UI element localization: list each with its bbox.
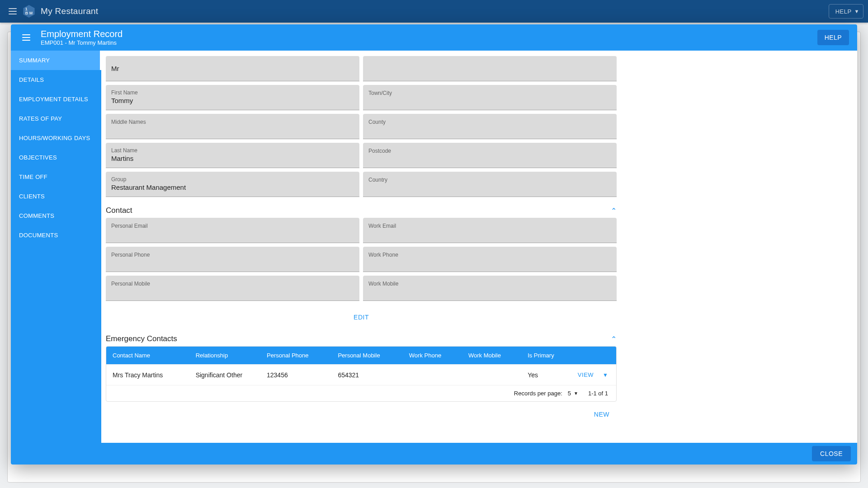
modal-sidebar: SUMMARY DETAILS EMPLOYMENT DETAILS RATES… — [11, 51, 101, 443]
close-button[interactable]: CLOSE — [812, 446, 851, 461]
field-work-email: Work Email — [363, 218, 617, 243]
field-label: Last Name — [111, 147, 354, 154]
sidebar-item-rates-of-pay[interactable]: RATES OF PAY — [11, 109, 101, 128]
field-group: Group Restaurant Management — [106, 172, 359, 197]
table-footer: Records per page: 5 ▼ 1-1 of 1 — [106, 385, 616, 401]
field-label: Personal Email — [111, 223, 354, 229]
field-label: First Name — [111, 89, 354, 96]
field-personal-phone: Personal Phone — [106, 247, 359, 272]
field-value — [368, 97, 611, 104]
field-personal-mobile: Personal Mobile — [106, 276, 359, 301]
contact-field-grid: Personal Email Work Email Personal Phone… — [106, 218, 617, 301]
employment-record-modal: Employment Record EMP001 - Mr Tommy Mart… — [11, 24, 857, 465]
modal-menu-button[interactable] — [19, 30, 33, 45]
sidebar-item-comments[interactable]: COMMENTS — [11, 206, 101, 225]
chevron-up-icon[interactable]: ⌃ — [611, 335, 617, 343]
modal-header: Employment Record EMP001 - Mr Tommy Mart… — [11, 24, 857, 51]
col-is-primary[interactable]: Is Primary — [521, 347, 569, 364]
field-value — [111, 126, 354, 133]
field-value — [368, 184, 611, 191]
field-label: Personal Phone — [111, 252, 354, 258]
sidebar-item-hours-working-days[interactable]: HOURS/WORKING DAYS — [11, 128, 101, 148]
sidebar-item-summary[interactable]: SUMMARY — [11, 51, 101, 70]
records-per-page-value: 5 — [568, 390, 571, 397]
sidebar-item-details[interactable]: DETAILS — [11, 70, 101, 89]
row-menu-icon[interactable]: ▼ — [603, 372, 608, 378]
field-label: Work Email — [368, 223, 611, 229]
topbar-help-button[interactable]: HELP ▼ — [829, 4, 863, 19]
modal-subtitle: EMP001 - Mr Tommy Martins — [41, 39, 123, 47]
app-logo-icon: 1B M — [23, 5, 35, 18]
field-county: County — [363, 114, 617, 139]
col-contact-name[interactable]: Contact Name — [106, 347, 189, 364]
pagination-range: 1-1 of 1 — [588, 390, 608, 397]
contact-section-header[interactable]: Contact ⌃ — [106, 203, 617, 218]
field-town-city: Town/City — [363, 85, 617, 110]
emergency-contacts-table: Contact Name Relationship Personal Phone… — [106, 346, 617, 402]
field-label: Personal Mobile — [111, 281, 354, 287]
field-value — [368, 126, 611, 133]
col-work-mobile[interactable]: Work Mobile — [462, 347, 521, 364]
new-button[interactable]: NEW — [590, 408, 614, 421]
app-title: My Restaurant — [41, 6, 98, 16]
field-label: Middle Names — [111, 119, 354, 125]
chevron-up-icon[interactable]: ⌃ — [611, 206, 617, 215]
field-value: Martins — [111, 155, 354, 162]
field-personal-email: Personal Email — [106, 218, 359, 243]
field-country: Country — [363, 172, 617, 197]
cell-relationship: Significant Other — [189, 365, 260, 385]
field-value — [368, 288, 611, 295]
field-value: Tommy — [111, 97, 354, 104]
modal-body: SUMMARY DETAILS EMPLOYMENT DETAILS RATES… — [11, 51, 857, 443]
cell-work-mobile — [462, 369, 521, 381]
field-value — [368, 155, 611, 162]
view-button[interactable]: VIEW — [575, 371, 596, 379]
col-actions — [569, 347, 616, 364]
contact-section-title: Contact — [106, 206, 132, 215]
field-first-name: First Name Tommy — [106, 85, 359, 110]
field-work-phone: Work Phone — [363, 247, 617, 272]
field-value — [368, 65, 611, 72]
col-work-phone[interactable]: Work Phone — [403, 347, 462, 364]
modal-content[interactable]: Mr First Name Tommy Town/City — [101, 51, 857, 443]
sidebar-item-employment-details[interactable]: EMPLOYMENT DETAILS — [11, 89, 101, 109]
field-value: Mr — [111, 65, 354, 72]
cell-personal-phone: 123456 — [260, 365, 331, 385]
emergency-section-header[interactable]: Emergency Contacts ⌃ — [106, 332, 617, 346]
sidebar-item-clients[interactable]: CLIENTS — [11, 187, 101, 206]
chevron-down-icon: ▼ — [574, 391, 578, 396]
sidebar-item-documents[interactable]: DOCUMENTS — [11, 225, 101, 245]
table-row[interactable]: Mrs Tracy Martins Significant Other 1234… — [106, 364, 616, 385]
field-label: Postcode — [368, 148, 611, 154]
table-header-row: Contact Name Relationship Personal Phone… — [106, 347, 616, 364]
cell-contact-name: Mrs Tracy Martins — [106, 365, 189, 385]
col-relationship[interactable]: Relationship — [189, 347, 260, 364]
field-middle-names: Middle Names — [106, 114, 359, 139]
field-value — [368, 259, 611, 266]
col-personal-mobile[interactable]: Personal Mobile — [331, 347, 402, 364]
field-value — [111, 259, 354, 266]
records-per-page-label: Records per page: — [514, 390, 562, 397]
details-field-grid: Mr First Name Tommy Town/City — [106, 56, 617, 197]
field-work-mobile: Work Mobile — [363, 276, 617, 301]
edit-button[interactable]: EDIT — [348, 311, 374, 324]
app-topbar: 1B M My Restaurant HELP ▼ — [0, 0, 868, 23]
field-value — [111, 288, 354, 295]
modal-titles: Employment Record EMP001 - Mr Tommy Mart… — [41, 28, 123, 47]
field-last-name: Last Name Martins — [106, 143, 359, 168]
modal-help-button[interactable]: HELP — [817, 30, 849, 45]
field-value — [111, 230, 354, 237]
field-value — [368, 230, 611, 237]
sidebar-item-objectives[interactable]: OBJECTIVES — [11, 148, 101, 167]
cell-work-phone — [403, 369, 462, 381]
col-personal-phone[interactable]: Personal Phone — [260, 347, 331, 364]
field-postcode: Postcode — [363, 143, 617, 168]
main-menu-button[interactable] — [5, 3, 21, 19]
cell-is-primary: Yes — [521, 365, 569, 385]
records-per-page-select[interactable]: 5 ▼ — [568, 390, 578, 397]
cell-personal-mobile: 654321 — [331, 365, 402, 385]
chevron-down-icon: ▼ — [854, 9, 859, 14]
modal-footer: CLOSE — [11, 443, 857, 465]
topbar-help-label: HELP — [835, 8, 852, 15]
sidebar-item-time-off[interactable]: TIME OFF — [11, 167, 101, 187]
